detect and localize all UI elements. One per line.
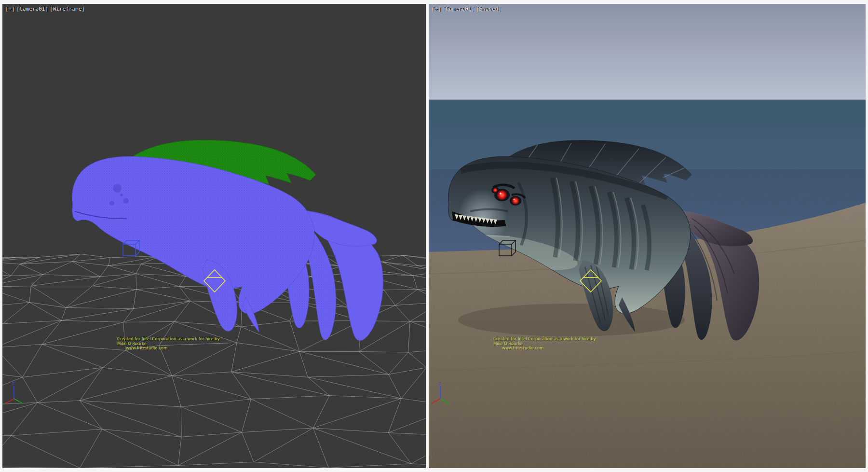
axis-tripod: z [5,381,23,403]
shaded-scene: z [429,4,866,468]
viewport-menu-pov[interactable]: [Camera01] [16,6,48,12]
wireframe-scene: z [2,4,426,468]
attribution-text: Created for Intel Corporation as a work … [493,337,597,351]
z-axis-label: z [438,381,441,386]
eye-red-main [497,190,507,200]
x-axis [5,399,14,403]
viewport-menu-pov[interactable]: [Camera01] [443,6,475,12]
eye-red-second [512,197,519,205]
fish-shadow [458,304,685,336]
viewport-shaded[interactable]: [+] [Camera01] [Shaded] [429,4,866,468]
sky [429,4,866,100]
viewport-menu-shading[interactable]: [Shaded] [476,6,502,12]
viewport-label: [+] [Camera01] [Wireframe] [5,6,85,12]
attribution-line-3: www.fritzstudio.com [502,346,597,351]
y-axis [14,399,23,403]
viewport-label: [+] [Camera01] [Shaded] [432,6,502,12]
viewport-menu-general[interactable]: [+] [5,6,15,12]
eye-red-small [493,188,498,193]
viewport-menu-shading[interactable]: [Wireframe] [50,6,85,12]
attribution-line-3: www.fritzstudio.com [126,346,221,351]
viewport-wireframe[interactable]: [+] [Camera01] [Wireframe] [2,4,426,468]
attribution-text: Created for Intel Corporation as a work … [117,337,221,351]
fish-wireframe[interactable] [72,140,383,340]
viewport-menu-general[interactable]: [+] [432,6,441,12]
z-axis-label: z [12,381,14,386]
